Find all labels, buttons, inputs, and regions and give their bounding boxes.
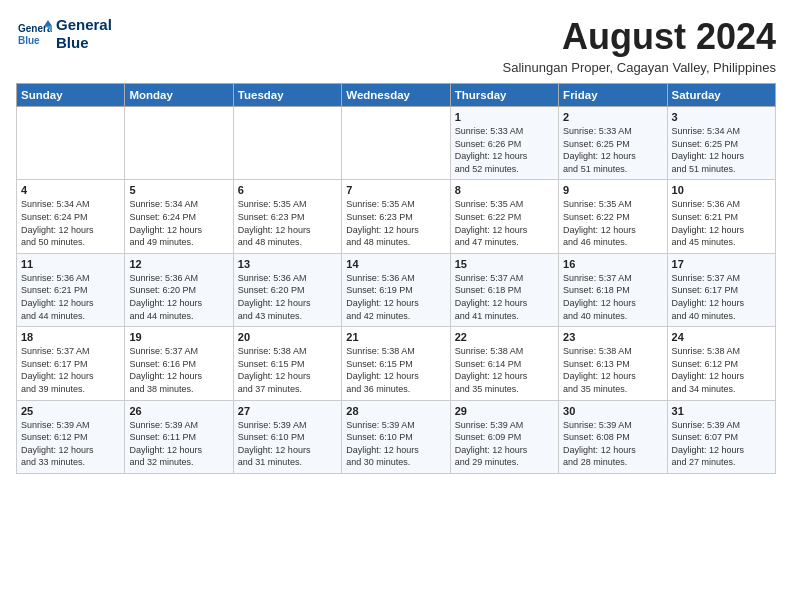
day-cell: 20Sunrise: 5:38 AM Sunset: 6:15 PM Dayli… xyxy=(233,327,341,400)
day-info: Sunrise: 5:37 AM Sunset: 6:17 PM Dayligh… xyxy=(672,272,771,322)
day-cell xyxy=(233,107,341,180)
logo-line2: Blue xyxy=(56,34,112,52)
weekday-header-thursday: Thursday xyxy=(450,84,558,107)
day-number: 7 xyxy=(346,184,445,196)
week-row-3: 11Sunrise: 5:36 AM Sunset: 6:21 PM Dayli… xyxy=(17,253,776,326)
weekday-header-friday: Friday xyxy=(559,84,667,107)
day-number: 25 xyxy=(21,405,120,417)
day-info: Sunrise: 5:35 AM Sunset: 6:22 PM Dayligh… xyxy=(563,198,662,248)
day-cell: 25Sunrise: 5:39 AM Sunset: 6:12 PM Dayli… xyxy=(17,400,125,473)
day-cell: 24Sunrise: 5:38 AM Sunset: 6:12 PM Dayli… xyxy=(667,327,775,400)
day-cell: 17Sunrise: 5:37 AM Sunset: 6:17 PM Dayli… xyxy=(667,253,775,326)
day-info: Sunrise: 5:35 AM Sunset: 6:23 PM Dayligh… xyxy=(346,198,445,248)
day-info: Sunrise: 5:33 AM Sunset: 6:25 PM Dayligh… xyxy=(563,125,662,175)
day-number: 26 xyxy=(129,405,228,417)
week-row-2: 4Sunrise: 5:34 AM Sunset: 6:24 PM Daylig… xyxy=(17,180,776,253)
day-cell: 13Sunrise: 5:36 AM Sunset: 6:20 PM Dayli… xyxy=(233,253,341,326)
day-info: Sunrise: 5:39 AM Sunset: 6:11 PM Dayligh… xyxy=(129,419,228,469)
day-number: 13 xyxy=(238,258,337,270)
day-info: Sunrise: 5:39 AM Sunset: 6:10 PM Dayligh… xyxy=(238,419,337,469)
day-cell: 4Sunrise: 5:34 AM Sunset: 6:24 PM Daylig… xyxy=(17,180,125,253)
day-cell xyxy=(342,107,450,180)
day-info: Sunrise: 5:38 AM Sunset: 6:15 PM Dayligh… xyxy=(238,345,337,395)
day-cell: 19Sunrise: 5:37 AM Sunset: 6:16 PM Dayli… xyxy=(125,327,233,400)
day-info: Sunrise: 5:38 AM Sunset: 6:14 PM Dayligh… xyxy=(455,345,554,395)
day-cell: 7Sunrise: 5:35 AM Sunset: 6:23 PM Daylig… xyxy=(342,180,450,253)
day-number: 28 xyxy=(346,405,445,417)
logo-line1: General xyxy=(56,16,112,34)
title-block: August 2024 Salinungan Proper, Cagayan V… xyxy=(503,16,776,75)
day-number: 23 xyxy=(563,331,662,343)
day-number: 27 xyxy=(238,405,337,417)
day-cell: 12Sunrise: 5:36 AM Sunset: 6:20 PM Dayli… xyxy=(125,253,233,326)
day-number: 11 xyxy=(21,258,120,270)
day-info: Sunrise: 5:34 AM Sunset: 6:24 PM Dayligh… xyxy=(129,198,228,248)
day-number: 1 xyxy=(455,111,554,123)
day-cell: 16Sunrise: 5:37 AM Sunset: 6:18 PM Dayli… xyxy=(559,253,667,326)
day-cell: 8Sunrise: 5:35 AM Sunset: 6:22 PM Daylig… xyxy=(450,180,558,253)
day-cell: 22Sunrise: 5:38 AM Sunset: 6:14 PM Dayli… xyxy=(450,327,558,400)
week-row-1: 1Sunrise: 5:33 AM Sunset: 6:26 PM Daylig… xyxy=(17,107,776,180)
day-info: Sunrise: 5:36 AM Sunset: 6:20 PM Dayligh… xyxy=(129,272,228,322)
logo-icon: General Blue xyxy=(16,16,52,52)
week-row-4: 18Sunrise: 5:37 AM Sunset: 6:17 PM Dayli… xyxy=(17,327,776,400)
day-cell: 1Sunrise: 5:33 AM Sunset: 6:26 PM Daylig… xyxy=(450,107,558,180)
day-number: 8 xyxy=(455,184,554,196)
day-number: 21 xyxy=(346,331,445,343)
day-cell: 18Sunrise: 5:37 AM Sunset: 6:17 PM Dayli… xyxy=(17,327,125,400)
logo: General Blue General Blue xyxy=(16,16,112,52)
day-info: Sunrise: 5:36 AM Sunset: 6:21 PM Dayligh… xyxy=(672,198,771,248)
day-number: 5 xyxy=(129,184,228,196)
day-info: Sunrise: 5:38 AM Sunset: 6:12 PM Dayligh… xyxy=(672,345,771,395)
weekday-header-tuesday: Tuesday xyxy=(233,84,341,107)
day-info: Sunrise: 5:37 AM Sunset: 6:17 PM Dayligh… xyxy=(21,345,120,395)
day-cell: 27Sunrise: 5:39 AM Sunset: 6:10 PM Dayli… xyxy=(233,400,341,473)
day-cell: 11Sunrise: 5:36 AM Sunset: 6:21 PM Dayli… xyxy=(17,253,125,326)
day-cell: 5Sunrise: 5:34 AM Sunset: 6:24 PM Daylig… xyxy=(125,180,233,253)
location: Salinungan Proper, Cagayan Valley, Phili… xyxy=(503,60,776,75)
logo-text: General Blue xyxy=(56,16,112,52)
day-info: Sunrise: 5:39 AM Sunset: 6:07 PM Dayligh… xyxy=(672,419,771,469)
page-header: General Blue General Blue August 2024 Sa… xyxy=(16,16,776,75)
svg-text:Blue: Blue xyxy=(18,35,40,46)
weekday-header-wednesday: Wednesday xyxy=(342,84,450,107)
day-cell: 21Sunrise: 5:38 AM Sunset: 6:15 PM Dayli… xyxy=(342,327,450,400)
weekday-header-sunday: Sunday xyxy=(17,84,125,107)
day-info: Sunrise: 5:34 AM Sunset: 6:25 PM Dayligh… xyxy=(672,125,771,175)
day-number: 29 xyxy=(455,405,554,417)
day-cell: 15Sunrise: 5:37 AM Sunset: 6:18 PM Dayli… xyxy=(450,253,558,326)
day-cell xyxy=(125,107,233,180)
day-cell: 26Sunrise: 5:39 AM Sunset: 6:11 PM Dayli… xyxy=(125,400,233,473)
day-cell: 23Sunrise: 5:38 AM Sunset: 6:13 PM Dayli… xyxy=(559,327,667,400)
day-info: Sunrise: 5:39 AM Sunset: 6:12 PM Dayligh… xyxy=(21,419,120,469)
week-row-5: 25Sunrise: 5:39 AM Sunset: 6:12 PM Dayli… xyxy=(17,400,776,473)
day-number: 6 xyxy=(238,184,337,196)
day-number: 30 xyxy=(563,405,662,417)
day-info: Sunrise: 5:37 AM Sunset: 6:18 PM Dayligh… xyxy=(455,272,554,322)
calendar-table: SundayMondayTuesdayWednesdayThursdayFrid… xyxy=(16,83,776,474)
day-cell: 29Sunrise: 5:39 AM Sunset: 6:09 PM Dayli… xyxy=(450,400,558,473)
day-cell xyxy=(17,107,125,180)
day-info: Sunrise: 5:38 AM Sunset: 6:15 PM Dayligh… xyxy=(346,345,445,395)
day-info: Sunrise: 5:39 AM Sunset: 6:08 PM Dayligh… xyxy=(563,419,662,469)
day-cell: 9Sunrise: 5:35 AM Sunset: 6:22 PM Daylig… xyxy=(559,180,667,253)
day-info: Sunrise: 5:35 AM Sunset: 6:22 PM Dayligh… xyxy=(455,198,554,248)
day-number: 3 xyxy=(672,111,771,123)
day-number: 24 xyxy=(672,331,771,343)
day-number: 20 xyxy=(238,331,337,343)
day-cell: 14Sunrise: 5:36 AM Sunset: 6:19 PM Dayli… xyxy=(342,253,450,326)
day-cell: 6Sunrise: 5:35 AM Sunset: 6:23 PM Daylig… xyxy=(233,180,341,253)
day-info: Sunrise: 5:35 AM Sunset: 6:23 PM Dayligh… xyxy=(238,198,337,248)
day-number: 22 xyxy=(455,331,554,343)
day-cell: 31Sunrise: 5:39 AM Sunset: 6:07 PM Dayli… xyxy=(667,400,775,473)
weekday-header-row: SundayMondayTuesdayWednesdayThursdayFrid… xyxy=(17,84,776,107)
day-info: Sunrise: 5:33 AM Sunset: 6:26 PM Dayligh… xyxy=(455,125,554,175)
day-info: Sunrise: 5:39 AM Sunset: 6:10 PM Dayligh… xyxy=(346,419,445,469)
day-number: 9 xyxy=(563,184,662,196)
day-cell: 10Sunrise: 5:36 AM Sunset: 6:21 PM Dayli… xyxy=(667,180,775,253)
weekday-header-monday: Monday xyxy=(125,84,233,107)
day-number: 2 xyxy=(563,111,662,123)
day-number: 16 xyxy=(563,258,662,270)
day-cell: 30Sunrise: 5:39 AM Sunset: 6:08 PM Dayli… xyxy=(559,400,667,473)
day-cell: 2Sunrise: 5:33 AM Sunset: 6:25 PM Daylig… xyxy=(559,107,667,180)
